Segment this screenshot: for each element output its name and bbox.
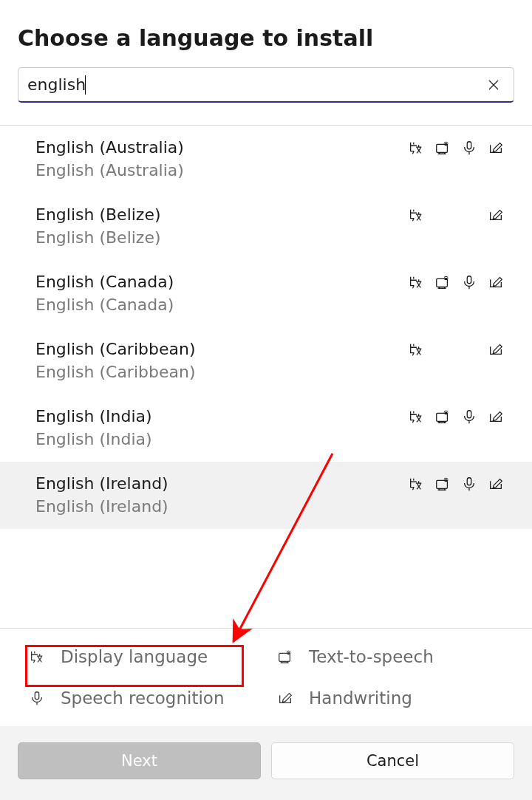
language-capabilities bbox=[408, 274, 504, 290]
text-to-speech-icon bbox=[434, 476, 451, 492]
text-to-speech-icon bbox=[434, 207, 451, 223]
language-list: English (Australia)English (Australia)En… bbox=[0, 126, 532, 628]
language-capabilities bbox=[408, 341, 504, 358]
language-name: English (Caribbean) bbox=[35, 340, 196, 358]
language-name: English (Belize) bbox=[35, 205, 161, 224]
text-to-speech-icon bbox=[434, 408, 451, 425]
display-language-icon bbox=[408, 140, 424, 156]
language-row[interactable]: English (Canada)English (Canada) bbox=[0, 260, 532, 327]
svg-rect-11 bbox=[467, 477, 471, 485]
legend-text-to-speech-label: Text-to-speech bbox=[309, 647, 434, 666]
legend-display-language: Display language bbox=[28, 647, 262, 666]
language-row[interactable]: English (Caribbean)English (Caribbean) bbox=[0, 327, 532, 394]
handwriting-icon bbox=[488, 408, 504, 425]
legend-handwriting-label: Handwriting bbox=[309, 688, 412, 708]
speech-recognition-icon bbox=[461, 476, 477, 492]
handwriting-icon bbox=[488, 274, 504, 290]
language-native-name: English (Caribbean) bbox=[35, 363, 504, 381]
language-name: English (India) bbox=[35, 407, 152, 425]
svg-rect-2 bbox=[467, 141, 471, 148]
next-button[interactable]: Next bbox=[18, 742, 261, 779]
language-name: English (Ireland) bbox=[35, 474, 168, 493]
legend-handwriting: Handwriting bbox=[276, 688, 510, 708]
language-row[interactable]: English (Ireland)English (Ireland) bbox=[0, 462, 532, 529]
search-input[interactable]: english bbox=[18, 67, 514, 103]
language-name: English (Australia) bbox=[35, 138, 184, 157]
display-language-icon bbox=[408, 341, 424, 358]
language-native-name: English (Canada) bbox=[35, 295, 504, 314]
language-capabilities bbox=[408, 408, 504, 425]
language-capabilities bbox=[408, 476, 504, 492]
text-to-speech-icon bbox=[434, 140, 451, 156]
language-install-dialog: Choose a language to install english Eng… bbox=[0, 0, 532, 800]
text-to-speech-icon bbox=[276, 648, 294, 666]
speech-recognition-icon bbox=[461, 274, 477, 290]
legend-grid: Display language Text-to-speech Speech r… bbox=[0, 629, 532, 726]
search-input-value[interactable]: english bbox=[27, 75, 86, 95]
text-caret bbox=[85, 75, 86, 95]
close-icon bbox=[488, 79, 499, 91]
handwriting-icon bbox=[488, 207, 504, 223]
handwriting-icon bbox=[488, 476, 504, 492]
clear-search-button[interactable] bbox=[481, 72, 506, 98]
legend-text-to-speech: Text-to-speech bbox=[276, 647, 510, 666]
display-language-icon bbox=[408, 207, 424, 223]
language-name: English (Canada) bbox=[35, 273, 174, 291]
speech-recognition-icon bbox=[28, 689, 46, 707]
display-language-icon bbox=[28, 648, 46, 666]
display-language-icon bbox=[408, 408, 424, 425]
text-to-speech-icon bbox=[434, 341, 451, 358]
dialog-footer: Next Cancel bbox=[0, 726, 532, 800]
handwriting-icon bbox=[276, 689, 294, 707]
handwriting-icon bbox=[488, 140, 504, 156]
cancel-button-label: Cancel bbox=[366, 752, 419, 770]
svg-rect-5 bbox=[467, 276, 471, 283]
svg-rect-8 bbox=[467, 410, 471, 417]
language-row[interactable]: English (Australia)English (Australia) bbox=[0, 126, 532, 193]
language-row[interactable]: English (India)English (India) bbox=[0, 394, 532, 462]
svg-rect-14 bbox=[35, 692, 39, 700]
speech-recognition-icon bbox=[461, 408, 477, 425]
language-native-name: English (Australia) bbox=[35, 161, 504, 180]
language-native-name: English (Ireland) bbox=[35, 497, 504, 516]
speech-recognition-icon bbox=[461, 207, 477, 223]
page-title: Choose a language to install bbox=[18, 25, 514, 51]
display-language-icon bbox=[408, 274, 424, 290]
legend-section: Display language Text-to-speech Speech r… bbox=[0, 628, 532, 726]
cancel-button[interactable]: Cancel bbox=[271, 742, 514, 779]
legend-speech-recognition-label: Speech recognition bbox=[61, 688, 224, 708]
speech-recognition-icon bbox=[461, 341, 477, 358]
language-native-name: English (Belize) bbox=[35, 228, 504, 247]
language-row[interactable]: English (Belize)English (Belize) bbox=[0, 193, 532, 260]
text-to-speech-icon bbox=[434, 274, 451, 290]
legend-display-language-label: Display language bbox=[61, 647, 208, 666]
handwriting-icon bbox=[488, 341, 504, 358]
language-native-name: English (India) bbox=[35, 430, 504, 448]
legend-speech-recognition: Speech recognition bbox=[28, 688, 262, 708]
display-language-icon bbox=[408, 476, 424, 492]
speech-recognition-icon bbox=[461, 140, 477, 156]
next-button-label: Next bbox=[121, 752, 157, 770]
language-capabilities bbox=[408, 140, 504, 156]
language-capabilities bbox=[408, 207, 504, 223]
